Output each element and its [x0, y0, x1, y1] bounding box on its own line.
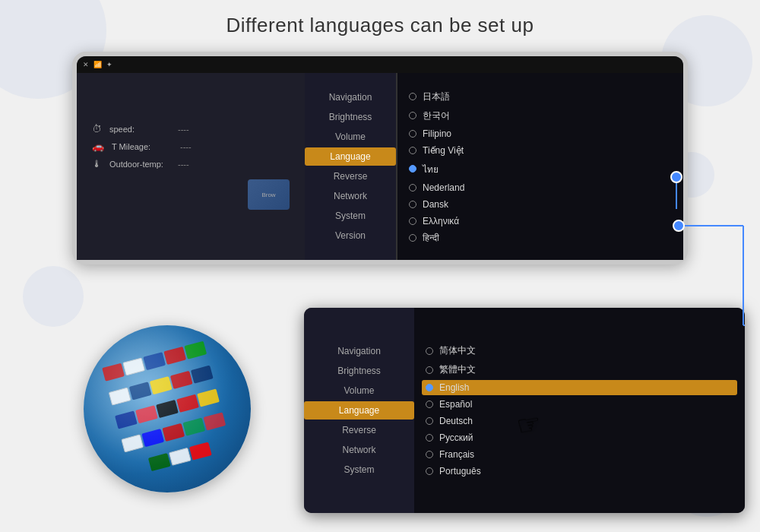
lang-label-japanese: 日本語 — [423, 90, 450, 103]
top-left-panel: ⏱ speed: ---- 🚗 T Mileage: ---- 🌡 Outdoo… — [77, 73, 305, 260]
lang-radio-german — [426, 417, 433, 425]
lang-label-portuguese: Português — [439, 466, 481, 477]
temp-value: ---- — [178, 160, 189, 169]
lang-label-danish: Dansk — [423, 199, 448, 210]
bottom-lang-panel: 简体中文 繁體中文 English Español Deutsch Русски… — [414, 308, 745, 513]
bottom-menu-navigation[interactable]: Navigation — [304, 342, 414, 360]
globe — [84, 325, 251, 492]
lang-label-vietnamese: Tiếng Việt — [423, 145, 464, 156]
car-icon: 🚗 — [92, 141, 104, 152]
lang-french[interactable]: Français — [422, 447, 737, 462]
lang-label-dutch: Nederland — [423, 182, 464, 193]
lang-label-spanish: Español — [439, 399, 472, 410]
lang-spanish[interactable]: Español — [422, 397, 737, 412]
lang-label-english: English — [439, 382, 469, 393]
page-title: Different languages can be set up — [0, 14, 760, 37]
lang-label-hindi: हिन्दी — [423, 233, 439, 243]
lang-greek[interactable]: Ελληνικά — [405, 214, 676, 229]
lang-radio-japanese — [409, 93, 416, 100]
bottom-menu-network[interactable]: Network — [304, 441, 414, 459]
lang-radio-english — [426, 384, 433, 391]
temp-row: 🌡 Outdoor-temp: ---- — [92, 158, 290, 169]
menu-system[interactable]: System — [305, 207, 396, 225]
lang-radio-spanish — [426, 401, 433, 408]
speed-icon: ⏱ — [92, 123, 102, 135]
menu-brightness[interactable]: Brightness — [305, 108, 396, 126]
menu-network[interactable]: Network — [305, 187, 396, 205]
lang-radio-greek — [409, 217, 416, 225]
lang-dutch[interactable]: Nederland — [405, 180, 676, 195]
globe-area — [61, 308, 274, 509]
lang-danish[interactable]: Dansk — [405, 197, 676, 212]
speed-row: ⏱ speed: ---- — [92, 123, 290, 135]
lang-german[interactable]: Deutsch — [422, 413, 737, 429]
bottom-menu-volume[interactable]: Volume — [304, 382, 414, 400]
lang-label-greek: Ελληνικά — [423, 216, 459, 226]
lang-label-russian: Русский — [439, 432, 473, 443]
lang-label-simplified-chinese: 简体中文 — [439, 344, 476, 357]
wifi-icon: 📶 — [93, 61, 102, 68]
lang-radio-dutch — [409, 184, 416, 192]
bt-icon: ✦ — [106, 61, 112, 68]
speed-value: ---- — [178, 125, 189, 134]
lang-label-french: Français — [439, 449, 474, 460]
lang-label-thai: ไทย — [423, 162, 439, 176]
top-device: ✕ 📶 ✦ ⏱ speed: ---- 🚗 T Mileage: ---- 🌡 … — [72, 52, 688, 264]
mileage-row: 🚗 T Mileage: ---- — [92, 141, 290, 152]
lang-radio-french — [426, 451, 433, 458]
lang-label-korean: 한국어 — [423, 109, 450, 122]
connection-line-svg-top — [676, 171, 752, 217]
lang-radio-portuguese — [426, 467, 433, 475]
lang-english[interactable]: English — [422, 380, 737, 395]
temp-label: Outdoor-temp: — [109, 160, 170, 169]
menu-version[interactable]: Version — [305, 226, 396, 245]
lang-label-german: Deutsch — [439, 416, 473, 426]
bottom-menu-brightness[interactable]: Brightness — [304, 362, 414, 380]
map-thumbnail: Brow — [248, 179, 290, 210]
lang-label-filipino: Filipino — [423, 128, 451, 139]
top-status-bar: ✕ 📶 ✦ — [77, 56, 683, 73]
lang-filipino[interactable]: Filipino — [405, 126, 676, 141]
menu-volume[interactable]: Volume — [305, 128, 396, 146]
menu-navigation[interactable]: Navigation — [305, 88, 396, 106]
lang-radio-hindi — [409, 234, 416, 242]
lang-radio-filipino — [409, 130, 416, 138]
lang-label-traditional-chinese: 繁體中文 — [439, 363, 476, 376]
lang-russian[interactable]: Русский — [422, 430, 737, 445]
menu-language[interactable]: Language — [305, 147, 396, 166]
lang-radio-korean — [409, 112, 416, 119]
bottom-menu-panel: Navigation Brightness Volume Language Re… — [304, 308, 414, 513]
menu-reverse[interactable]: Reverse — [305, 167, 396, 185]
mileage-value: ---- — [180, 142, 192, 151]
lang-radio-vietnamese — [409, 147, 416, 154]
temp-icon: 🌡 — [92, 158, 102, 169]
svg-point-1 — [671, 172, 682, 182]
bottom-menu-language[interactable]: Language — [304, 401, 414, 420]
lang-hindi[interactable]: हिन्दी — [405, 230, 676, 245]
top-device-content: ⏱ speed: ---- 🚗 T Mileage: ---- 🌡 Outdoo… — [77, 73, 683, 260]
lang-korean[interactable]: 한국어 — [405, 107, 676, 125]
lang-japanese[interactable]: 日本語 — [405, 88, 676, 106]
lang-traditional-chinese[interactable]: 繁體中文 — [422, 361, 737, 378]
lang-portuguese[interactable]: Português — [422, 464, 737, 479]
browse-label: Brow — [261, 192, 275, 198]
lang-vietnamese[interactable]: Tiếng Việt — [405, 143, 676, 158]
lang-radio-danish — [409, 201, 416, 208]
bottom-menu-system[interactable]: System — [304, 461, 414, 479]
top-menu-panel: Navigation Brightness Volume Language Re… — [305, 73, 396, 260]
lang-simplified-chinese[interactable]: 简体中文 — [422, 342, 737, 359]
lang-radio-traditional-chinese — [426, 366, 433, 374]
lang-radio-simplified-chinese — [426, 347, 433, 355]
bottom-menu-reverse[interactable]: Reverse — [304, 421, 414, 439]
mileage-label: T Mileage: — [112, 142, 173, 151]
lang-radio-russian — [426, 434, 433, 442]
lang-radio-thai — [409, 165, 416, 173]
close-icon: ✕ — [83, 61, 89, 68]
speed-label: speed: — [109, 125, 170, 134]
top-lang-panel: 日本語 한국어 Filipino Tiếng Việt ไทย Nederlan… — [396, 73, 683, 260]
lang-thai[interactable]: ไทย — [405, 160, 676, 179]
